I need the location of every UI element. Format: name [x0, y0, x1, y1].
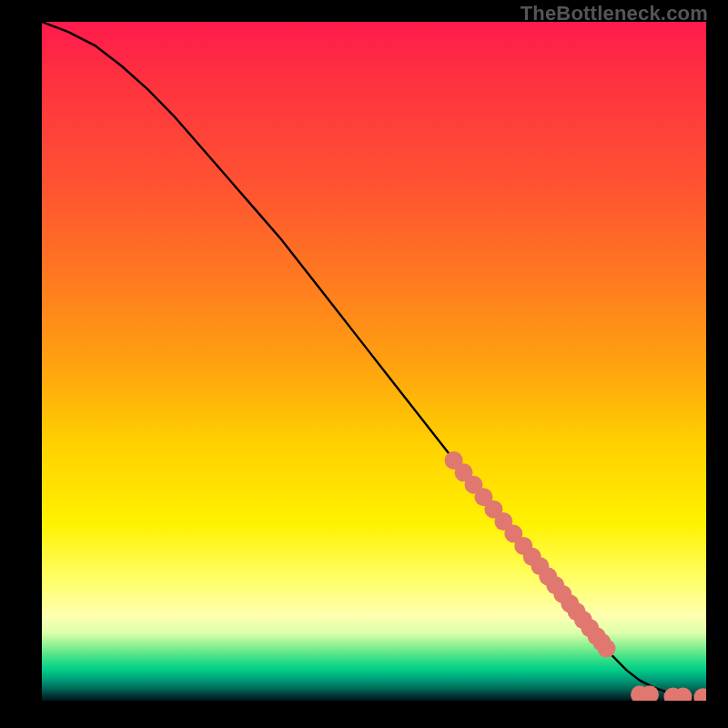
curve-line [42, 22, 706, 698]
scatter-points [445, 451, 706, 701]
data-point [588, 627, 606, 645]
chart-frame: TheBottleneck.com [0, 0, 728, 728]
data-point [553, 585, 571, 603]
data-point [523, 548, 541, 566]
data-point [539, 567, 557, 585]
data-point [581, 619, 599, 637]
plot-area [42, 22, 706, 701]
data-point [631, 685, 649, 701]
chart-overlay [42, 22, 706, 701]
data-point [445, 451, 463, 470]
data-point [693, 688, 706, 701]
data-point [494, 512, 512, 531]
data-point [514, 537, 532, 555]
data-point [455, 463, 473, 481]
data-point [465, 476, 483, 494]
data-point [641, 685, 659, 701]
data-point [561, 594, 579, 612]
data-point [568, 602, 586, 621]
data-point [546, 576, 564, 594]
data-point [664, 688, 682, 701]
data-point [484, 500, 502, 519]
data-point [673, 688, 692, 701]
data-point [592, 633, 611, 652]
data-point [574, 611, 592, 629]
data-point [504, 524, 522, 542]
data-point [531, 557, 550, 575]
data-point [598, 640, 616, 658]
data-point [474, 488, 492, 506]
